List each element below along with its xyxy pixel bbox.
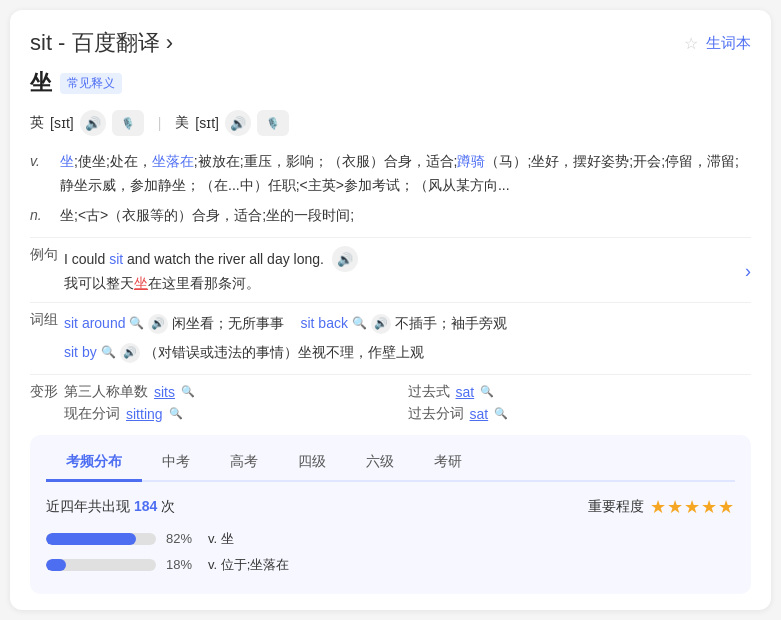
- pos-n: n.: [30, 204, 52, 228]
- morph-search-4[interactable]: 🔍: [494, 407, 508, 420]
- us-audio-btn[interactable]: 🔊: [225, 110, 251, 136]
- example-section: 例句 I could sit and watch the river all d…: [30, 237, 751, 296]
- phrase-audio-btn-1[interactable]: 🔊: [148, 314, 168, 334]
- phrase-search-icon-3[interactable]: 🔍: [101, 342, 116, 364]
- pos-v: v.: [30, 150, 52, 198]
- bar-fill-1: [46, 533, 136, 545]
- phrase-sit-around[interactable]: sit around: [64, 311, 125, 336]
- tab-kaopin[interactable]: 考频分布: [46, 447, 142, 482]
- phrase-audio-btn-2[interactable]: 🔊: [371, 314, 391, 334]
- phrases-section: 词组 sit around 🔍 🔊 闲坐看；无所事事 sit back 🔍 🔊 …: [30, 302, 751, 369]
- phrase-sit-back[interactable]: sit back: [300, 311, 347, 336]
- bar-pct-2: 18%: [166, 557, 198, 572]
- bar-label-2: v. 位于;坐落在: [208, 556, 289, 574]
- page-title: sit - 百度翻译 ›: [30, 28, 173, 58]
- frequency-section: 考频分布 中考 高考 四级 六级 考研 近四年共出现 184 次 重要程度 ★★…: [30, 435, 751, 594]
- phrases-label: 词组: [30, 311, 58, 369]
- freq-tabs: 考频分布 中考 高考 四级 六级 考研: [46, 447, 735, 482]
- tab-liuji[interactable]: 六级: [346, 447, 414, 482]
- phrase-search-icon-2[interactable]: 🔍: [352, 313, 367, 335]
- header-right: ☆ 生词本: [684, 34, 751, 53]
- bar-row-1: 82% v. 坐: [46, 530, 735, 548]
- chevron-right-icon[interactable]: ›: [745, 261, 751, 282]
- bar-fill-2: [46, 559, 66, 571]
- morph-label-2: 过去式: [408, 383, 450, 401]
- star-icon[interactable]: ☆: [684, 34, 698, 53]
- bar-container-1: [46, 533, 156, 545]
- morph-label-1: 第三人称单数: [64, 383, 148, 401]
- def-row-n: n. 坐;<古>（衣服等的）合身，适合;坐的一段时间;: [30, 204, 751, 228]
- morph-row-1: 第三人称单数 sits 🔍: [64, 383, 408, 401]
- us-record-btn[interactable]: 🎙️: [257, 110, 289, 136]
- phrase-row-1: sit around 🔍 🔊 闲坐看；无所事事 sit back 🔍 🔊 不插手…: [64, 311, 751, 336]
- freq-count: 近四年共出现 184 次: [46, 498, 175, 516]
- phrase-def-1: 闲坐看；无所事事: [172, 311, 284, 336]
- phrase-def-3: （对错误或违法的事情）坐视不理，作壁上观: [144, 340, 424, 365]
- tab-gaokao[interactable]: 高考: [210, 447, 278, 482]
- us-symbol: [sɪt]: [195, 115, 219, 131]
- morph-grid: 第三人称单数 sits 🔍 过去式 sat 🔍 现在分词 sitting 🔍 过…: [64, 383, 751, 423]
- example-content: I could sit and watch the river all day …: [64, 246, 739, 296]
- morph-search-1[interactable]: 🔍: [181, 385, 195, 398]
- en-symbol: [sɪt]: [50, 115, 74, 131]
- example-en: I could sit and watch the river all day …: [64, 246, 739, 272]
- main-card: sit - 百度翻译 › ☆ 生词本 坐 常见释义 英 [sɪt] 🔊 🎙️ |…: [10, 10, 771, 610]
- en-record-btn[interactable]: 🎙️: [112, 110, 144, 136]
- definitions: v. 坐;使坐;处在，坐落在;被放在;重压，影响；（衣服）合身，适合;蹲骑（马）…: [30, 150, 751, 227]
- freq-importance: 重要程度 ★★★★★: [588, 496, 735, 518]
- phonetics-row: 英 [sɪt] 🔊 🎙️ | 美 [sɪt] 🔊 🎙️: [30, 110, 751, 136]
- header: sit - 百度翻译 › ☆ 生词本: [30, 28, 751, 58]
- morph-row-3: 现在分词 sitting 🔍: [64, 405, 408, 423]
- importance-label: 重要程度: [588, 498, 644, 516]
- phrases-content: sit around 🔍 🔊 闲坐看；无所事事 sit back 🔍 🔊 不插手…: [64, 311, 751, 369]
- example-label: 例句: [30, 246, 58, 264]
- morph-val-4[interactable]: sat: [470, 406, 489, 422]
- us-label: 美: [175, 114, 189, 132]
- bar-row-2: 18% v. 位于;坐落在: [46, 556, 735, 574]
- phrase-row-2: sit by 🔍 🔊 （对错误或违法的事情）坐视不理，作壁上观: [64, 340, 751, 365]
- tab-sijiji[interactable]: 四级: [278, 447, 346, 482]
- morph-val-3[interactable]: sitting: [126, 406, 163, 422]
- phrase-def-2: 不插手；袖手旁观: [395, 311, 507, 336]
- bar-pct-1: 82%: [166, 531, 198, 546]
- morph-val-1[interactable]: sits: [154, 384, 175, 400]
- example-audio-btn[interactable]: 🔊: [332, 246, 358, 272]
- freq-number: 184: [134, 498, 157, 514]
- word-heading: 坐 常见释义: [30, 68, 751, 98]
- morph-row-4: 过去分词 sat 🔍: [408, 405, 752, 423]
- def-row-v: v. 坐;使坐;处在，坐落在;被放在;重压，影响；（衣服）合身，适合;蹲骑（马）…: [30, 150, 751, 198]
- bar-label-1: v. 坐: [208, 530, 234, 548]
- vocab-link[interactable]: 生词本: [706, 34, 751, 53]
- morph-val-2[interactable]: sat: [456, 384, 475, 400]
- en-label: 英: [30, 114, 44, 132]
- en-audio-btn[interactable]: 🔊: [80, 110, 106, 136]
- morph-search-3[interactable]: 🔍: [169, 407, 183, 420]
- tab-zhongkao[interactable]: 中考: [142, 447, 210, 482]
- common-meaning-tag: 常见释义: [60, 73, 122, 94]
- phrase-sit-by[interactable]: sit by: [64, 340, 97, 365]
- bar-container-2: [46, 559, 156, 571]
- morph-label: 变形: [30, 383, 58, 423]
- freq-body: 近四年共出现 184 次 重要程度 ★★★★★ 82% v. 坐: [46, 496, 735, 574]
- morph-label-3: 现在分词: [64, 405, 120, 423]
- stars: ★★★★★: [650, 496, 735, 518]
- def-text-n: 坐;<古>（衣服等的）合身，适合;坐的一段时间;: [60, 204, 751, 228]
- morph-content: 第三人称单数 sits 🔍 过去式 sat 🔍 现在分词 sitting 🔍 过…: [64, 383, 751, 423]
- def-text-v: 坐;使坐;处在，坐落在;被放在;重压，影响；（衣服）合身，适合;蹲骑（马）;坐好…: [60, 150, 751, 198]
- freq-stat-row: 近四年共出现 184 次 重要程度 ★★★★★: [46, 496, 735, 518]
- phrase-audio-btn-3[interactable]: 🔊: [120, 343, 140, 363]
- tab-kaoyan[interactable]: 考研: [414, 447, 482, 482]
- word-main: 坐: [30, 68, 52, 98]
- morph-search-2[interactable]: 🔍: [480, 385, 494, 398]
- example-cn: 我可以整天坐在这里看那条河。: [64, 272, 739, 296]
- morphology-section: 变形 第三人称单数 sits 🔍 过去式 sat 🔍 现在分词 sitting …: [30, 374, 751, 423]
- morph-row-2: 过去式 sat 🔍: [408, 383, 752, 401]
- morph-label-4: 过去分词: [408, 405, 464, 423]
- phrase-search-icon-1[interactable]: 🔍: [129, 313, 144, 335]
